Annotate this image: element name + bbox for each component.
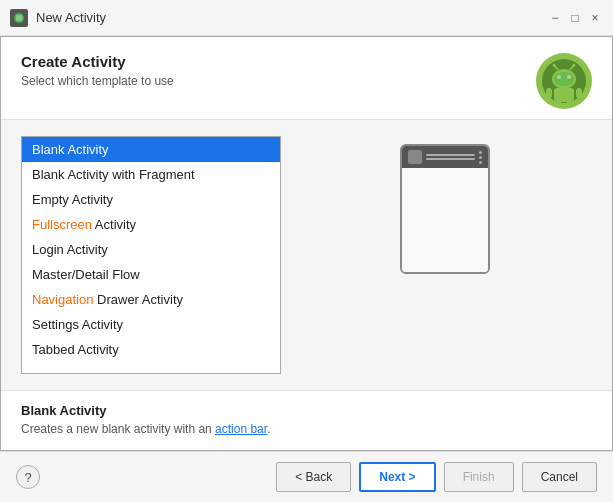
description-body-end: . bbox=[267, 422, 270, 436]
minimize-button[interactable]: − bbox=[547, 10, 563, 26]
phone-dot-3 bbox=[479, 161, 482, 164]
finish-button[interactable]: Finish bbox=[444, 462, 514, 492]
description-title: Blank Activity bbox=[21, 403, 592, 418]
list-item-settings[interactable]: Settings Activity bbox=[22, 312, 280, 337]
list-item-empty[interactable]: Empty Activity bbox=[22, 187, 280, 212]
activity-list[interactable]: Blank Activity Blank Activity with Fragm… bbox=[21, 136, 281, 374]
dialog-subtitle: Select which template to use bbox=[21, 74, 174, 88]
dialog-title: Create Activity bbox=[21, 53, 174, 70]
list-item-login[interactable]: Login Activity bbox=[22, 237, 280, 262]
dialog-content: Create Activity Select which template to… bbox=[0, 36, 613, 451]
nav-highlight: Navigation bbox=[32, 292, 93, 307]
svg-rect-15 bbox=[556, 100, 561, 106]
phone-nav-icon bbox=[408, 150, 422, 164]
description-link[interactable]: action bar bbox=[215, 422, 267, 436]
phone-line-2 bbox=[426, 158, 475, 160]
phone-mockup bbox=[400, 144, 490, 274]
back-button[interactable]: < Back bbox=[276, 462, 351, 492]
dialog-footer: ? < Back Next > Finish Cancel bbox=[0, 451, 613, 502]
cancel-button[interactable]: Cancel bbox=[522, 462, 597, 492]
fullscreen-highlight: Fullscreen bbox=[32, 217, 92, 232]
description-text: Creates a new blank activity with an act… bbox=[21, 422, 592, 436]
phone-menu-dots bbox=[479, 151, 482, 164]
description-area: Blank Activity Creates a new blank activ… bbox=[1, 390, 612, 450]
svg-point-11 bbox=[573, 64, 576, 67]
footer-left: ? bbox=[16, 465, 40, 489]
help-button[interactable]: ? bbox=[16, 465, 40, 489]
phone-line-1 bbox=[426, 154, 475, 156]
phone-dot-1 bbox=[479, 151, 482, 154]
header-text: Create Activity Select which template to… bbox=[21, 53, 174, 88]
svg-point-17 bbox=[554, 72, 574, 86]
list-item-fullscreen[interactable]: Fullscreen Activity bbox=[22, 212, 280, 237]
svg-rect-14 bbox=[576, 88, 582, 98]
description-body: Creates a new blank activity with an bbox=[21, 422, 215, 436]
footer-right: < Back Next > Finish Cancel bbox=[276, 462, 597, 492]
svg-rect-16 bbox=[567, 100, 572, 106]
preview-panel bbox=[297, 136, 592, 374]
window-title: New Activity bbox=[36, 10, 547, 25]
dialog-header: Create Activity Select which template to… bbox=[1, 37, 612, 120]
svg-point-10 bbox=[553, 64, 556, 67]
next-button[interactable]: Next > bbox=[359, 462, 435, 492]
phone-body bbox=[402, 168, 488, 272]
list-item-master-detail[interactable]: Master/Detail Flow bbox=[22, 262, 280, 287]
phone-title-lines bbox=[426, 152, 475, 162]
window-controls: − □ × bbox=[547, 10, 603, 26]
close-button[interactable]: × bbox=[587, 10, 603, 26]
android-logo bbox=[536, 53, 592, 109]
list-item-blank[interactable]: Blank Activity bbox=[22, 137, 280, 162]
phone-dot-2 bbox=[479, 156, 482, 159]
phone-topbar bbox=[402, 146, 488, 168]
svg-rect-12 bbox=[554, 88, 574, 102]
svg-rect-2 bbox=[16, 15, 22, 21]
list-item-tabbed[interactable]: Tabbed Activity bbox=[22, 337, 280, 362]
list-item-nav-drawer[interactable]: Navigation Drawer Activity bbox=[22, 287, 280, 312]
title-bar: New Activity − □ × bbox=[0, 0, 613, 36]
app-icon bbox=[10, 9, 28, 27]
maximize-button[interactable]: □ bbox=[567, 10, 583, 26]
svg-rect-13 bbox=[546, 88, 552, 98]
dialog-main: Blank Activity Blank Activity with Fragm… bbox=[1, 120, 612, 390]
list-item-blank-fragment[interactable]: Blank Activity with Fragment bbox=[22, 162, 280, 187]
